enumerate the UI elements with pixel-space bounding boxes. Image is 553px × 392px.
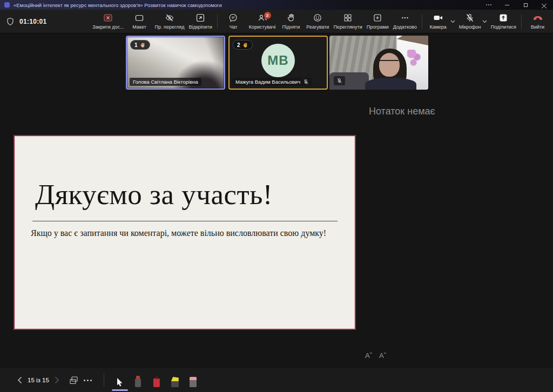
glasses [380,60,399,64]
react-button[interactable]: Реагувати [304,10,331,33]
slides-overview-icon [69,376,78,385]
meeting-toolbar: 01:10:01 Закрити дос... Макет Пр. перегл [0,10,553,33]
raise-hand-button[interactable]: Підняти [278,10,304,33]
toolbar-divider [217,15,218,29]
apps-button[interactable]: Програми [365,10,391,33]
pen-tool[interactable] [150,373,164,387]
eye-slash-icon [165,13,174,23]
meeting-timer: 01:10:01 [19,18,46,25]
share-screen-icon [498,13,508,23]
grid-icon [343,13,353,23]
presentation-slide: Дякуємо за участь! Якщо у вас є запитанн… [14,135,356,330]
shield-icon [6,17,15,26]
highlighter-icon [171,381,179,387]
laser-pointer-icon [135,379,141,387]
raise-hand-icon [286,13,296,23]
previous-slide-button[interactable] [17,376,22,384]
chat-icon [228,13,238,23]
share-button[interactable]: Поділитися [489,10,518,33]
smiley-icon [313,13,322,23]
ellipsis-icon [400,13,410,23]
participant-3-face [379,53,400,77]
participant-1-name-label: Голова Світлана Вікторівна [130,78,201,86]
raised-hand-badge-2: 2 [233,40,253,50]
participants-button[interactable]: 2 Користувачі [247,10,278,33]
participant-3-shoulders [365,78,416,90]
slide-divider-line [32,221,338,221]
eraser-icon [190,380,197,387]
slide-page-indicator: 15 із 15 [28,377,49,383]
more-options-button[interactable]: Додатково [391,10,419,33]
mic-muted-icon [465,13,475,23]
participant-3-mic-status [334,76,345,85]
layout-button[interactable]: Макет [126,10,153,33]
presenter-view-button[interactable]: Пр. перегляд [153,10,187,33]
next-slide-button[interactable] [55,376,59,384]
hand-order-number: 1 [134,42,138,48]
layout-icon [134,13,144,23]
participant-2-name-label: Мажуга Вадим Васильович [232,78,312,86]
window-title: «Емоційний інтелект як ресурс ментальног… [14,2,222,8]
slide-grid-button[interactable] [69,376,78,385]
chevron-right-icon [55,376,59,384]
minimize-button[interactable] [498,0,516,10]
participant-tile-2[interactable]: МВ 2 Мажуга Вадим Васильович [228,36,328,90]
toolbar-divider [521,15,522,29]
participant-2-avatar: МВ [261,44,295,77]
red-pen-icon [153,376,160,387]
pointer-tool[interactable] [113,373,127,387]
view-button[interactable]: Переглянути [331,10,364,33]
more-dots-icon [486,4,491,5]
unpin-button[interactable]: Відкріпити [186,10,214,33]
chat-button[interactable]: Чат [220,10,247,33]
eraser-tool[interactable] [186,373,200,387]
raised-hand-badge-1: 1 [130,40,150,50]
camera-button[interactable]: Камера [425,10,451,33]
notes-font-controls: Aˆ Aˇ [365,352,386,360]
orchid-flower [407,50,421,68]
camera-icon [433,13,443,23]
window-controls [480,0,553,10]
hang-up-icon [532,13,543,23]
hand-order-number: 2 [237,42,240,48]
laser-pointer-tool[interactable] [131,373,145,387]
maximize-icon [524,3,528,7]
more-tools-button[interactable] [78,380,97,381]
highlighter-tool[interactable] [168,373,182,387]
participants-count-badge: 2 [264,12,271,19]
raised-hand-icon [242,42,248,48]
close-button[interactable] [535,0,553,10]
app-icon [4,2,10,8]
font-decrease-button[interactable]: Aˇ [379,352,386,360]
ellipsis-icon [84,380,92,381]
participant-tile-1[interactable]: 1 Голова Світлана Вікторівна [126,36,225,90]
maximize-button[interactable] [516,0,535,10]
stop-sharing-icon [103,13,113,23]
participant-tile-3[interactable] [329,36,428,90]
window-titlebar: «Емоційний інтелект як ресурс ментальног… [0,0,553,10]
window-more-button[interactable] [480,0,498,10]
meeting-timer-group: 01:10:01 [6,17,46,26]
apps-plus-icon [373,13,382,23]
stop-sharing-button[interactable]: Закрити дос... [90,10,126,33]
chevron-left-icon [17,376,22,384]
toolbar-divider [422,15,422,29]
meeting-stage: 1 Голова Світлана Вікторівна МВ 2 Мажуга… [0,33,553,368]
presentation-controls-bar: 15 із 15 [0,368,553,392]
raised-hand-icon [140,42,146,48]
slide-subtitle: Якщо у вас є запитання чи коментарі, мож… [31,228,326,238]
bottombar-divider [104,374,104,387]
cursor-arrow-icon [116,377,124,387]
unpin-icon [195,13,205,23]
mic-off-icon [303,79,309,85]
close-icon [542,3,547,8]
teams-meeting-window: «Емоційний інтелект як ресурс ментальног… [0,0,553,392]
toolbar-buttons: Закрити дос... Макет Пр. перегляд Відкрі… [90,10,553,33]
notes-empty-text: Нотаток немає [369,106,435,117]
font-increase-button[interactable]: Aˆ [365,352,372,360]
slide-title: Дякуємо за участь! [35,178,273,211]
microphone-button[interactable]: Мікрофон [457,10,483,33]
mic-off-icon [336,78,342,84]
leave-button[interactable]: Вийти [524,10,551,33]
minimize-icon [505,5,509,5]
